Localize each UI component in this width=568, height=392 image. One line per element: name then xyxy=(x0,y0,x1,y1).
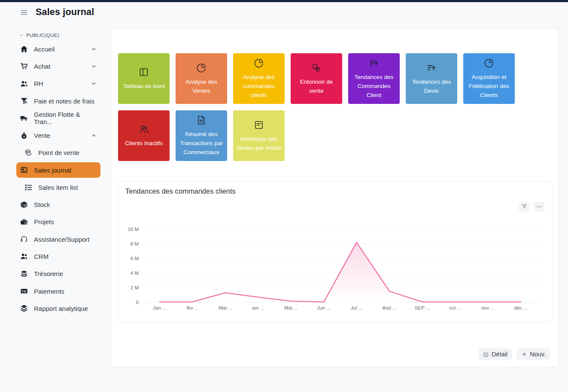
sidebar-item-paie-et-notes-de-frais[interactable]: $Paie et notes de frais xyxy=(16,92,100,109)
sidebar-item-label: Projets xyxy=(34,218,54,225)
sidebar-item-paiements[interactable]: $Paiements xyxy=(16,283,100,300)
svg-text:avr ...: avr ... xyxy=(252,305,264,310)
chevron-down-icon xyxy=(91,46,97,52)
svg-text:Mai ...: Mai ... xyxy=(284,305,298,310)
chevron-up-icon xyxy=(91,132,97,139)
sidebar-item-label: Paiements xyxy=(34,288,64,295)
sidebar-item-label: Rapport analytique xyxy=(34,305,88,312)
footer-actions: Détail Nouv. xyxy=(478,348,550,360)
svg-text:0: 0 xyxy=(136,300,139,305)
shortcut-tile-analyse-des-ventes[interactable]: Analyse des Ventes xyxy=(176,53,227,104)
shortcut-tile-entonnoir-de-vente[interactable]: Entonnoir de vente xyxy=(291,53,342,104)
sidebar-item-vente[interactable]: $Vente xyxy=(16,127,100,144)
svg-text:Jun ...: Jun ... xyxy=(317,305,331,310)
shortcut-tile-r-sum-des-transactions-par-commerciaux[interactable]: Résumé des Transactions par Commerciaux xyxy=(176,110,227,161)
sidebar: PUBLIC(QUE) AccueilAchatRH$Paie et notes… xyxy=(16,33,100,317)
sidebar-item-label: RH xyxy=(34,80,43,87)
svg-text:déc ...: déc ... xyxy=(514,305,527,310)
users-icon xyxy=(138,124,149,135)
sidebar-item-sales-journal[interactable]: Sales journal xyxy=(16,162,100,178)
sidebar-item-achat[interactable]: Achat xyxy=(16,58,100,75)
checklist-icon xyxy=(24,183,33,191)
sidebar-item-label: Gestion Flotte & Tran... xyxy=(34,111,97,125)
sidebar-item-label: Stock xyxy=(34,201,50,208)
sidebar-item-label: Assistance/Support xyxy=(34,236,89,243)
cart-icon xyxy=(20,62,28,70)
shortcut-tile-label: Acquisition et Fidélisation des Clients xyxy=(466,73,512,100)
sidebar-item-tr-sorerie[interactable]: Trésorerie xyxy=(16,265,100,283)
chevron-down-icon xyxy=(91,63,97,70)
funnel-dollar-icon: $ xyxy=(20,97,28,105)
shortcut-tile-analyse-des-commandes-clients[interactable]: Analyse des commandes clients xyxy=(233,53,285,104)
shortcut-tile-historique-des-ventes-par-article[interactable]: Historique des Ventes par Article xyxy=(233,110,285,161)
sidebar-item-projets[interactable]: Projets xyxy=(16,213,100,231)
home-icon xyxy=(20,45,28,53)
box-icon xyxy=(20,201,28,209)
svg-text:nov ...: nov ... xyxy=(481,305,495,310)
sidebar-item-point-de-vente[interactable]: Point de vente xyxy=(21,144,100,161)
coins-icon xyxy=(24,149,33,157)
orders-trend-card: Tendances des commandes clients 02 M4 M6… xyxy=(118,181,553,322)
sidebar-item-assistance-support[interactable]: Assistance/Support xyxy=(16,231,100,248)
svg-text:Aoû ...: Aoû ... xyxy=(383,305,397,310)
plus-icon xyxy=(521,351,527,357)
svg-text:$: $ xyxy=(25,101,26,104)
sidebar-item-accueil[interactable]: Accueil xyxy=(16,40,100,58)
newspaper-icon xyxy=(20,166,28,174)
sidebar-item-gestion-flotte-tran[interactable]: Gestion Flotte & Tran... xyxy=(16,109,100,127)
pie-chart-icon xyxy=(483,58,495,69)
sidebar-item-stock[interactable]: Stock xyxy=(16,196,100,213)
svg-text:fév ...: fév ... xyxy=(186,305,198,310)
new-button[interactable]: Nouv. xyxy=(516,348,550,360)
sidebar-item-rh[interactable]: RH xyxy=(16,75,100,92)
sidebar-section-label: PUBLIC(QUE) xyxy=(26,33,59,38)
shortcut-tiles: Tableau de bordAnalyse des VentesAnalyse… xyxy=(118,53,528,161)
dashboard-icon xyxy=(138,67,149,78)
top-accent-bar xyxy=(0,0,568,2)
sidebar-item-label: Accueil xyxy=(34,46,55,53)
chevron-down-icon xyxy=(91,80,97,87)
briefcase-icon xyxy=(20,218,28,226)
sidebar-items: AccueilAchatRH$Paie et notes de fraisGes… xyxy=(16,40,100,317)
menu-icon[interactable] xyxy=(20,8,28,17)
payment-card-icon: $ xyxy=(20,287,28,295)
team-icon xyxy=(20,79,28,88)
shortcut-tile-label: Analyse des commandes clients xyxy=(236,73,282,100)
shortcut-tile-label: Clients Inactifs xyxy=(125,139,163,148)
shortcut-tile-label: Tendances des Commandes Client xyxy=(351,73,397,100)
svg-text:oct ...: oct ... xyxy=(449,305,461,310)
shortcut-tile-acquisition-et-fid-lisation-des-clients[interactable]: Acquisition et Fidélisation des Clients xyxy=(463,53,515,104)
sidebar-item-label: Trésorerie xyxy=(34,270,63,277)
shortcut-tile-label: Tendances des Devis xyxy=(408,77,455,95)
trend-up-icon xyxy=(426,62,437,73)
svg-text:SEP ...: SEP ... xyxy=(415,305,430,310)
svg-text:8 M: 8 M xyxy=(131,241,139,246)
document-icon xyxy=(196,115,207,126)
shortcut-tile-label: Historique des Ventes par Article xyxy=(236,134,282,152)
shortcut-tile-tendances-des-devis[interactable]: Tendances des Devis xyxy=(406,53,457,104)
sidebar-item-label: Paie et notes de frais xyxy=(34,97,94,105)
pie-chart-icon xyxy=(253,58,264,69)
shortcut-tile-clients-inactifs[interactable]: Clients Inactifs xyxy=(118,110,170,161)
shortcut-tile-label: Résumé des Transactions par Commerciaux xyxy=(178,130,225,157)
svg-text:10 M: 10 M xyxy=(128,227,139,232)
shortcut-tile-label: Entonnoir de vente xyxy=(293,77,340,95)
svg-text:2 M: 2 M xyxy=(131,285,139,290)
orders-trend-chart: 02 M4 M6 M8 M10 MJan ...fév ...Mai ...av… xyxy=(118,182,553,322)
svg-text:$: $ xyxy=(23,134,25,137)
shortcut-tile-tendances-des-commandes-client[interactable]: Tendances des Commandes Client xyxy=(348,53,400,104)
edit-icon xyxy=(483,351,489,357)
sidebar-item-crm[interactable]: CRM xyxy=(16,248,100,265)
sidebar-item-rapport-analytique[interactable]: Rapport analytique xyxy=(16,300,100,317)
svg-text:4 M: 4 M xyxy=(131,270,139,276)
sidebar-item-label: Sales journal xyxy=(34,167,71,174)
svg-text:Mai ...: Mai ... xyxy=(219,305,232,310)
detail-button[interactable]: Détail xyxy=(478,348,512,360)
pie-chart-icon xyxy=(196,62,207,73)
page-title: Sales journal xyxy=(36,7,94,18)
sidebar-item-sales-item-list[interactable]: Sales item list xyxy=(21,179,100,196)
shortcut-tile-label: Analyse des Ventes xyxy=(178,77,225,95)
header: Sales journal xyxy=(20,7,94,18)
sidebar-section-public[interactable]: PUBLIC(QUE) xyxy=(16,33,100,38)
shortcut-tile-tableau-de-bord[interactable]: Tableau de bord xyxy=(118,53,170,104)
